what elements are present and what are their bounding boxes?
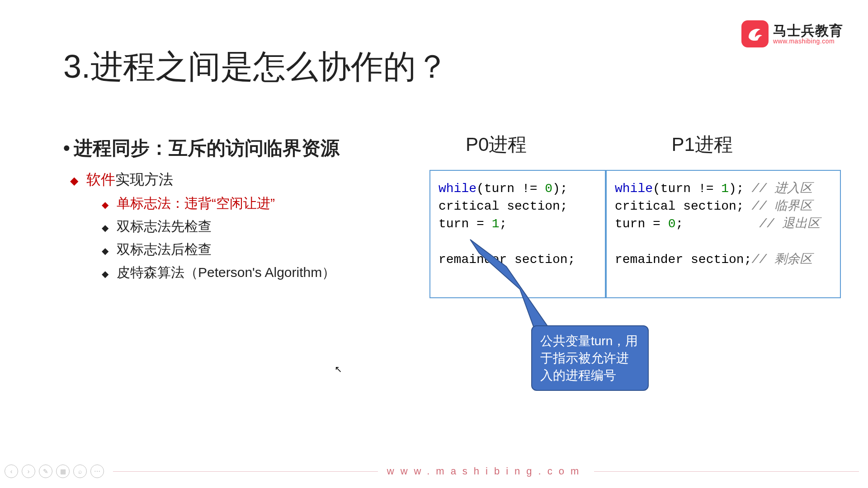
subtitle-text: 进程同步：互斥的访问临界资源 (74, 137, 340, 159)
l1-rest: 实现方法 (115, 171, 173, 188)
footer-divider (113, 471, 378, 472)
code-text: ); (729, 182, 751, 196)
list-item-l2: ◆ 双标志法先检查 (102, 215, 335, 238)
code-text: (turn != (653, 182, 721, 196)
code-text: critical section; (615, 199, 751, 213)
code-text: remainder section; (615, 253, 751, 267)
pen-icon[interactable]: ✎ (39, 465, 52, 478)
bullet-list: ◆ 软件实现方法 ◆ 单标志法：违背“空闲让进” ◆ 双标志法先检查 ◆ 双标志… (70, 167, 335, 284)
comment: // 剩余区 (751, 253, 812, 267)
list-item-l2: ◆ 皮特森算法（Peterson's Algorithm） (102, 261, 335, 284)
diamond-icon: ◆ (102, 220, 108, 235)
slide-subtitle: •进程同步：互斥的访问临界资源 (63, 136, 340, 161)
diamond-icon: ◆ (102, 243, 108, 258)
code-text: remainder section; (439, 253, 575, 267)
more-icon[interactable]: ⋯ (90, 465, 104, 478)
l1-red: 软件 (86, 171, 115, 188)
code-text: critical section; (439, 199, 568, 213)
cursor-icon: ↖ (335, 364, 342, 375)
process-labels: P0进程 P1进程 (466, 132, 733, 157)
comment: // 临界区 (751, 199, 812, 213)
footer: ‹ › ✎ ▦ ⌕ ⋯ www.mashibing.com (0, 465, 868, 478)
code-text: (turn != (476, 182, 545, 196)
p1-label: P1进程 (671, 132, 732, 157)
l2-text: 双标志法先检查 (117, 215, 212, 238)
code-text: ; (499, 217, 507, 231)
l2-text: 双标志法后检查 (117, 238, 212, 261)
num: 0 (545, 182, 552, 196)
logo-mark-icon (741, 20, 769, 47)
code-block-p1: while(turn != 1); // 进入区 critical sectio… (606, 170, 841, 298)
code-text: ); (552, 182, 568, 196)
num: 1 (721, 182, 729, 196)
p0-label: P0进程 (466, 132, 527, 157)
comment: // 进入区 (751, 182, 812, 196)
comment: // 退出区 (759, 217, 820, 231)
kw: while (615, 182, 653, 196)
code-text: turn = (439, 217, 492, 231)
footer-url: www.mashibing.com (387, 465, 585, 477)
l2-text: 皮特森算法（Peterson's Algorithm） (117, 261, 335, 284)
prev-icon[interactable]: ‹ (5, 465, 18, 478)
footer-toolbar: ‹ › ✎ ▦ ⌕ ⋯ (5, 465, 104, 478)
logo-url: www.mashibing.com (773, 38, 843, 45)
slide: 马士兵教育 www.mashibing.com 3.进程之间是怎么协作的？ •进… (0, 0, 868, 488)
footer-divider (594, 471, 859, 472)
diamond-icon: ◆ (102, 197, 108, 212)
bullet-dot: • (63, 137, 70, 159)
l2-text: 单标志法：违背“空闲让进” (117, 192, 275, 215)
logo-text: 马士兵教育 www.mashibing.com (773, 23, 843, 45)
display-icon[interactable]: ▦ (56, 465, 70, 478)
diamond-icon: ◆ (102, 266, 108, 282)
list-item-l1: ◆ 软件实现方法 (70, 167, 335, 192)
code-block-p0: while(turn != 0); critical section; turn… (429, 170, 606, 298)
kw: while (439, 182, 476, 196)
diamond-icon: ◆ (70, 172, 78, 190)
callout-box: 公共变量turn，用于指示被允许进入的进程编号 (531, 325, 649, 391)
code-text: ; (675, 217, 759, 231)
next-icon[interactable]: › (22, 465, 35, 478)
list-item-l2: ◆ 单标志法：违背“空闲让进” (102, 192, 335, 215)
logo-cn: 马士兵教育 (773, 23, 843, 38)
brand-logo: 马士兵教育 www.mashibing.com (741, 20, 843, 47)
num: 0 (668, 217, 676, 231)
list-item-l2: ◆ 双标志法后检查 (102, 238, 335, 261)
slide-title: 3.进程之间是怎么协作的？ (63, 45, 448, 89)
code-text: turn = (615, 217, 668, 231)
zoom-icon[interactable]: ⌕ (73, 465, 87, 478)
num: 1 (492, 217, 500, 231)
